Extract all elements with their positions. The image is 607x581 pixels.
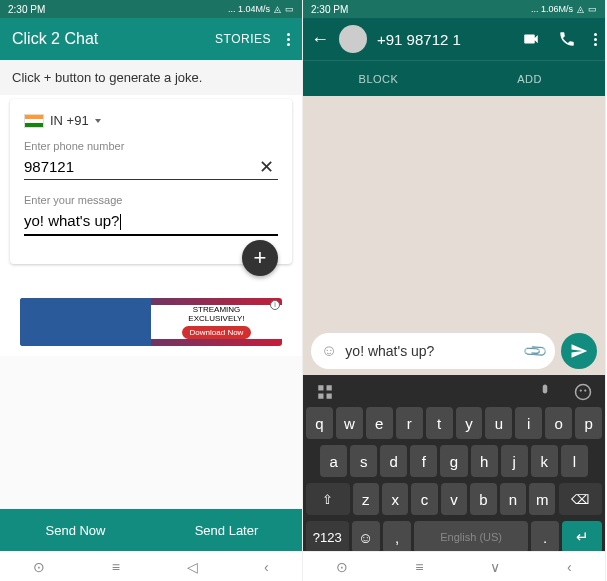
mic-icon[interactable] [536, 383, 554, 401]
block-button[interactable]: BLOCK [303, 61, 454, 96]
svg-rect-2 [318, 394, 323, 399]
country-selector[interactable]: IN +91 [24, 113, 278, 128]
attach-icon[interactable]: 📎 [521, 337, 549, 365]
key-v[interactable]: v [441, 483, 467, 515]
key-k[interactable]: k [531, 445, 558, 477]
key-b[interactable]: b [470, 483, 496, 515]
menu-icon[interactable] [287, 33, 290, 46]
ad-banner[interactable]: STREAMING EXCLUSIVELY! Download Now i [20, 298, 282, 346]
emoji-icon[interactable]: ☺ [321, 342, 337, 360]
nav-menu-icon[interactable]: ‹ [567, 559, 572, 575]
period-key[interactable]: . [531, 521, 559, 553]
message-text[interactable]: yo! what's up? [345, 343, 517, 359]
add-fab[interactable]: + [242, 240, 278, 276]
ad-close-icon[interactable]: i [270, 300, 280, 310]
chat-header: ← +91 98712 1 [303, 18, 605, 60]
space-key[interactable]: English (US) [414, 521, 528, 553]
sticker-icon[interactable] [574, 383, 592, 401]
input-area: ☺ yo! what's up? 📎 [303, 327, 605, 375]
send-now-button[interactable]: Send Now [0, 509, 151, 551]
app-title: Click 2 Chat [12, 30, 98, 48]
key-h[interactable]: h [471, 445, 498, 477]
keyboard-row-4: ?123 ☺ , English (US) . ↵ [306, 521, 602, 553]
key-g[interactable]: g [440, 445, 467, 477]
key-m[interactable]: m [529, 483, 555, 515]
backspace-key[interactable]: ⌫ [559, 483, 603, 515]
key-l[interactable]: l [561, 445, 588, 477]
key-j[interactable]: j [501, 445, 528, 477]
key-f[interactable]: f [410, 445, 437, 477]
key-q[interactable]: q [306, 407, 333, 439]
key-x[interactable]: x [382, 483, 408, 515]
nav-home-icon[interactable]: ≡ [415, 559, 423, 575]
status-bar: 2:30 PM ... 1.04M/s ◬ ▭ [0, 0, 302, 18]
avatar[interactable] [339, 25, 367, 53]
key-s[interactable]: s [350, 445, 377, 477]
key-r[interactable]: r [396, 407, 423, 439]
status-time: 2:30 PM [8, 4, 45, 15]
nav-back-icon[interactable]: ◁ [187, 559, 198, 575]
whatsapp-screen: 2:30 PM ... 1.06M/s ◬ ▭ ← +91 98712 1 BL… [303, 0, 606, 581]
phone-input[interactable] [24, 154, 255, 179]
svg-rect-0 [318, 385, 323, 390]
header-actions: STORIES [215, 32, 290, 46]
wifi-icon: ◬ [577, 4, 584, 14]
nav-bar: ⊙ ≡ ∨ ‹ [303, 551, 605, 581]
back-icon[interactable]: ← [311, 29, 329, 50]
status-time: 2:30 PM [311, 4, 348, 15]
key-n[interactable]: n [500, 483, 526, 515]
enter-key[interactable]: ↵ [562, 521, 602, 553]
nav-home-icon[interactable]: ≡ [112, 559, 120, 575]
key-c[interactable]: c [411, 483, 437, 515]
key-w[interactable]: w [336, 407, 363, 439]
spacer [0, 356, 302, 509]
video-call-icon[interactable] [522, 30, 540, 48]
voice-call-icon[interactable] [558, 30, 576, 48]
add-button[interactable]: ADD [454, 61, 605, 96]
emoji-key[interactable]: ☺ [352, 521, 380, 553]
key-e[interactable]: e [366, 407, 393, 439]
download-button[interactable]: Download Now [182, 326, 252, 340]
keyboard-row-3: ⇧ zxcvbnm ⌫ [306, 483, 602, 515]
grid-icon[interactable] [316, 383, 334, 401]
key-i[interactable]: i [515, 407, 542, 439]
shift-key[interactable]: ⇧ [306, 483, 350, 515]
message-field-row: yo! what's up? [24, 208, 278, 236]
numbers-key[interactable]: ?123 [306, 521, 349, 553]
chat-area[interactable] [303, 96, 605, 327]
key-p[interactable]: p [575, 407, 602, 439]
key-a[interactable]: a [320, 445, 347, 477]
comma-key[interactable]: , [383, 521, 411, 553]
send-later-button[interactable]: Send Later [151, 509, 302, 551]
key-y[interactable]: y [456, 407, 483, 439]
send-button[interactable] [561, 333, 597, 369]
status-bar: 2:30 PM ... 1.06M/s ◬ ▭ [303, 0, 605, 18]
battery-icon: ▭ [588, 4, 597, 14]
nav-recents-icon[interactable]: ⊙ [33, 559, 45, 575]
wifi-icon: ◬ [274, 4, 281, 14]
key-t[interactable]: t [426, 407, 453, 439]
status-indicators: ... 1.06M/s ◬ ▭ [531, 4, 597, 14]
message-input[interactable]: yo! what's up? [24, 208, 278, 234]
nav-recents-icon[interactable]: ⊙ [336, 559, 348, 575]
battery-icon: ▭ [285, 4, 294, 14]
message-box: ☺ yo! what's up? 📎 [311, 333, 555, 369]
chat-actions: BLOCK ADD [303, 60, 605, 96]
nav-menu-icon[interactable]: ‹ [264, 559, 269, 575]
nav-bar: ⊙ ≡ ◁ ‹ [0, 551, 302, 581]
key-u[interactable]: u [485, 407, 512, 439]
keyboard: qwertyuiop asdfghjkl ⇧ zxcvbnm ⌫ ?123 ☺ … [303, 375, 605, 551]
clear-icon[interactable]: ✕ [255, 156, 278, 178]
key-d[interactable]: d [380, 445, 407, 477]
keyboard-row-2: asdfghjkl [306, 445, 602, 477]
keyboard-row-1: qwertyuiop [306, 407, 602, 439]
stories-button[interactable]: STORIES [215, 32, 271, 46]
contact-name[interactable]: +91 98712 1 [377, 31, 512, 48]
message-label: Enter your message [24, 194, 278, 206]
svg-point-6 [584, 389, 586, 391]
nav-back-icon[interactable]: ∨ [490, 559, 500, 575]
key-o[interactable]: o [545, 407, 572, 439]
key-z[interactable]: z [353, 483, 379, 515]
menu-icon[interactable] [594, 33, 597, 46]
status-indicators: ... 1.04M/s ◬ ▭ [228, 4, 294, 14]
